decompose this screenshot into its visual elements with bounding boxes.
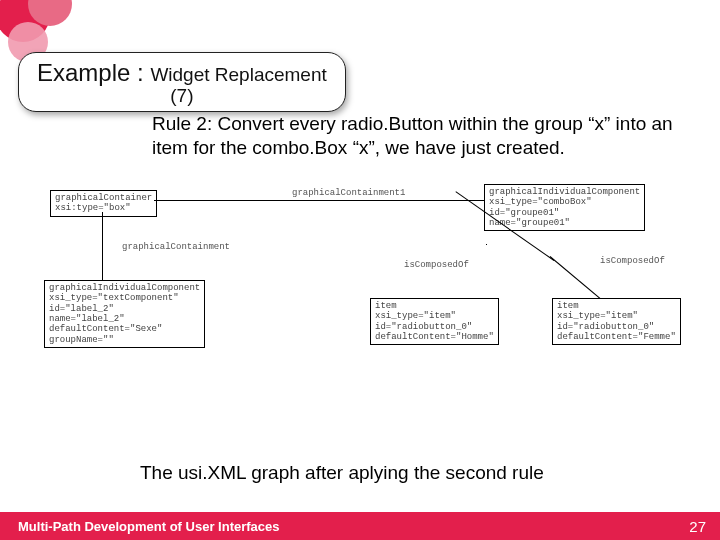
title-main: Example : [37,59,150,86]
edge-label: graphicalContainment1 [292,188,405,198]
caption: The usi.XML graph after aplying the seco… [140,462,544,484]
page-number: 27 [689,518,706,535]
edge [102,212,103,280]
edge-label: graphicalContainment [122,242,230,252]
edge-label: isComposedOf [404,260,469,270]
title-line2: (7) [37,85,327,107]
edge-label: isComposedOf [600,256,665,266]
footer-left: Multi-Path Development of User Interface… [18,519,280,534]
slide-title: Example : Widget Replacement (7) [18,52,346,112]
title-sub: Widget Replacement [150,64,326,85]
rule-text: Rule 2: Convert every radio.Button withi… [152,112,692,160]
node-text-component: graphicalIndividualComponent xsi_type="t… [44,280,205,348]
node-item-1: item xsi_type="item" id="radiobutton_0" … [370,298,499,345]
diagram: graphicalContainer xsi:type="box" graphi… [14,190,706,390]
edge [486,244,487,245]
footer: Multi-Path Development of User Interface… [0,512,720,540]
node-item-2: item xsi_type="item" id="radiobutton_0" … [552,298,681,345]
node-graphical-container: graphicalContainer xsi:type="box" [50,190,157,217]
edge [154,200,484,201]
slide: Example : Widget Replacement (7) Rule 2:… [0,0,720,540]
node-combo-box: graphicalIndividualComponent xsi_type="c… [484,184,645,231]
